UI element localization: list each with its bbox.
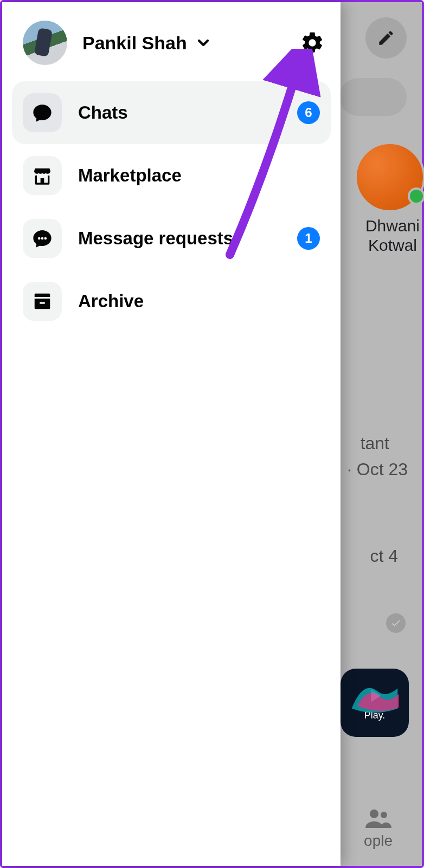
- sidebar-item-label: Message requests: [78, 228, 281, 249]
- svg-point-1: [381, 812, 387, 818]
- app-screen: Dhwani Kotwal tant · Oct 23 ct 4 Play. o…: [0, 0, 424, 868]
- chevron-down-icon: [195, 34, 212, 51]
- sidebar-item-message-requests[interactable]: Message requests 1: [12, 207, 331, 270]
- settings-button[interactable]: [297, 28, 327, 58]
- svg-point-4: [44, 237, 47, 240]
- sidebar-item-label: Marketplace: [78, 165, 320, 186]
- account-switcher[interactable]: Pankil Shah: [82, 33, 282, 54]
- chat-date: · Oct 23: [347, 459, 408, 480]
- tab-people-label: ople: [364, 832, 393, 849]
- tab-people[interactable]: ople: [364, 808, 393, 850]
- message-requests-icon: [23, 219, 62, 258]
- avatar[interactable]: [23, 21, 67, 65]
- drawer-nav: Chats 6 Marketplace Message requests 1: [2, 76, 341, 338]
- gear-icon: [300, 30, 325, 55]
- sidebar-item-chats[interactable]: Chats 6: [12, 81, 331, 144]
- sidebar-item-archive[interactable]: Archive: [12, 270, 331, 333]
- story-name: Dhwani Kotwal: [365, 216, 420, 255]
- promo-card[interactable]: Play.: [341, 669, 409, 737]
- promo-art-icon: [346, 674, 403, 720]
- badge: 6: [297, 101, 320, 124]
- side-drawer: Pankil Shah Chats 6 Market: [2, 2, 341, 866]
- chat-icon: [23, 93, 62, 132]
- badge: 1: [297, 227, 320, 250]
- user-name-label: Pankil Shah: [82, 33, 187, 54]
- sidebar-item-marketplace[interactable]: Marketplace: [12, 144, 331, 207]
- chat-snippet: tant: [361, 433, 389, 454]
- svg-point-2: [38, 237, 41, 240]
- pencil-icon: [377, 29, 395, 47]
- sidebar-item-label: Chats: [78, 102, 281, 123]
- svg-point-0: [370, 809, 378, 818]
- compose-button[interactable]: [365, 17, 407, 59]
- chat-date: ct 4: [370, 546, 398, 566]
- delivered-check-icon: [386, 613, 406, 633]
- archive-icon: [23, 282, 62, 321]
- marketplace-icon: [23, 156, 62, 195]
- drawer-header: Pankil Shah: [2, 2, 341, 76]
- sidebar-item-label: Archive: [78, 291, 320, 312]
- people-icon: [365, 808, 391, 828]
- story-avatar[interactable]: [355, 142, 424, 212]
- svg-point-3: [41, 237, 44, 240]
- search-pill[interactable]: [339, 78, 407, 116]
